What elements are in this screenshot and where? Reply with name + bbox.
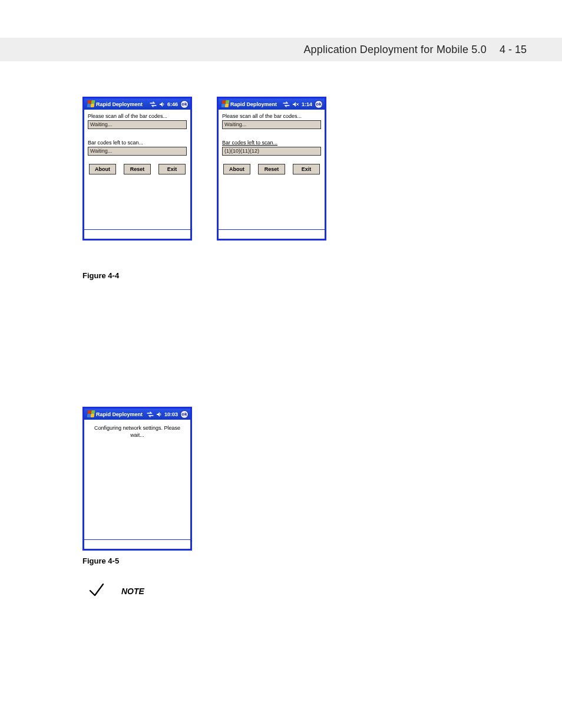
volume-icon [156, 411, 162, 417]
button-row: About Reset Exit [88, 164, 187, 174]
window-title: Rapid Deployment [96, 101, 148, 107]
button-row: About Reset Exit [222, 164, 321, 174]
bottom-bar [84, 229, 190, 239]
about-button[interactable]: About [89, 164, 116, 174]
page-header: Application Deployment for Mobile 5.0 4 … [0, 38, 562, 61]
configuring-message: Configuring network settings. Please wai… [88, 424, 187, 439]
window-titlebar: Rapid Deployment 1:14 ok [219, 98, 325, 110]
connectivity-icon [150, 101, 157, 107]
connectivity-icon [147, 411, 154, 417]
figure-caption-4-4: Figure 4-4 [82, 271, 119, 280]
ok-button[interactable]: ok [180, 100, 189, 108]
note-row: NOTE [88, 582, 144, 600]
device-screenshot-2: Rapid Deployment 1:14 ok Please scan all… [217, 97, 326, 241]
note-label: NOTE [121, 587, 144, 596]
client-area: Configuring network settings. Please wai… [84, 420, 190, 539]
scan-prompt-label: Please scan all of the bar codes... [88, 113, 187, 119]
volume-icon [159, 101, 165, 107]
window-title: Rapid Deployment [230, 101, 281, 107]
barcodes-left-field: Waiting... [88, 147, 187, 156]
about-button[interactable]: About [223, 164, 250, 174]
barcodes-left-field: (1)(10)(11)(12) [222, 147, 321, 156]
exit-button[interactable]: Exit [158, 164, 186, 174]
reset-button[interactable]: Reset [124, 164, 151, 174]
device-screenshot-1: Rapid Deployment 6:46 ok Please scan all… [82, 97, 192, 241]
barcodes-left-label: Bar codes left to scan... [88, 140, 187, 146]
window-title: Rapid Deployment [96, 411, 145, 417]
figure-caption-4-5: Figure 4-5 [82, 556, 119, 565]
connectivity-icon [283, 101, 290, 107]
barcodes-left-label: Bar codes left to scan... [222, 140, 321, 146]
ok-button[interactable]: ok [315, 100, 323, 108]
header-title: Application Deployment for Mobile 5.0 [303, 44, 487, 56]
scan-prompt-label: Please scan all of the bar codes... [222, 113, 321, 119]
scan-status-field: Waiting... [88, 120, 187, 129]
bottom-bar [84, 539, 190, 549]
windows-flag-icon [220, 100, 229, 108]
ok-button[interactable]: ok [180, 410, 189, 419]
window-titlebar: Rapid Deployment 10:03 ok [84, 409, 190, 420]
clock-time: 1:14 [302, 101, 312, 107]
reset-button[interactable]: Reset [258, 164, 285, 174]
client-area: Please scan all of the bar codes... Wait… [219, 110, 325, 229]
windows-flag-icon [86, 100, 94, 108]
header-page-number: 4 - 15 [500, 44, 527, 56]
clock-time: 6:46 [167, 101, 178, 107]
clock-time: 10:03 [164, 411, 178, 417]
windows-flag-icon [86, 410, 94, 418]
exit-button[interactable]: Exit [293, 164, 320, 174]
volume-mute-icon [292, 101, 299, 107]
client-area: Please scan all of the bar codes... Wait… [84, 110, 190, 229]
window-titlebar: Rapid Deployment 6:46 ok [84, 98, 190, 110]
scan-status-field: Waiting... [222, 120, 321, 129]
bottom-bar [219, 229, 325, 239]
device-screenshot-3: Rapid Deployment 10:03 ok Configuring ne… [82, 407, 192, 551]
checkmark-icon [88, 582, 105, 600]
